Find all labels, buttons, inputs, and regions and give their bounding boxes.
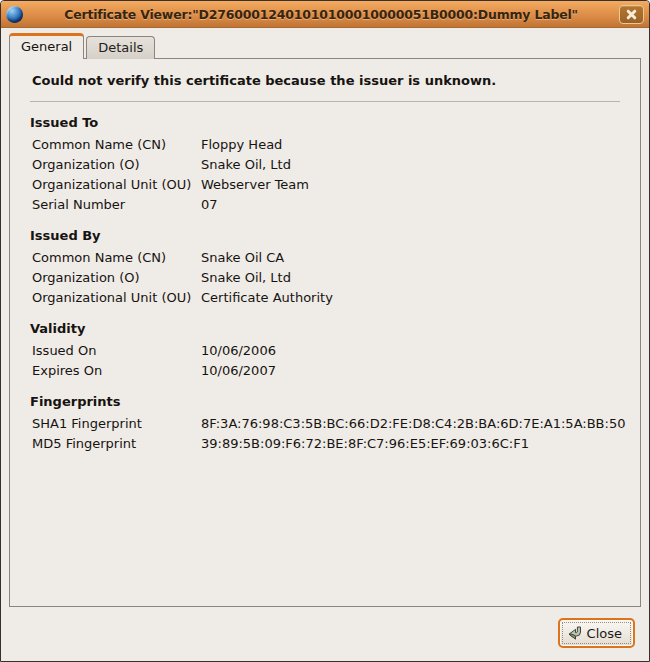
tab-general[interactable]: General: [9, 33, 84, 59]
field-value: Webserver Team: [201, 175, 309, 195]
field-value: Floppy Head: [201, 135, 282, 155]
field-row: Serial Number 07: [30, 195, 620, 215]
cert-sections: Issued To Common Name (CN) Floppy Head O…: [30, 115, 620, 454]
field-label: Organization (O): [32, 268, 201, 288]
section-title: Validity: [30, 321, 620, 336]
field-row: Common Name (CN) Floppy Head: [30, 135, 620, 155]
tab-bar: General Details: [9, 33, 641, 59]
field-row: Common Name (CN) Snake Oil CA: [30, 248, 620, 268]
focus-ring: Close: [562, 622, 631, 644]
field-value: Snake Oil CA: [201, 248, 284, 268]
field-label: Serial Number: [32, 195, 201, 215]
field-value: 8F:3A:76:98:C3:5B:BC:66:D2:FE:D8:C4:2B:B…: [201, 414, 625, 434]
section-title: Fingerprints: [30, 394, 620, 409]
field-row: MD5 Fingerprint 39:89:5B:09:F6:72:BE:8F:…: [30, 434, 620, 454]
field-label: Organizational Unit (OU): [32, 175, 201, 195]
field-label: SHA1 Fingerprint: [32, 414, 201, 434]
field-row: Issued On 10/06/2006: [30, 341, 620, 361]
action-area: Close: [9, 607, 641, 661]
cert-section: Issued To Common Name (CN) Floppy Head O…: [30, 115, 620, 215]
cert-section: Validity Issued On 10/06/2006 Expires On…: [30, 321, 620, 381]
section-rows: Common Name (CN) Floppy Head Organizatio…: [30, 135, 620, 215]
window-title: Certificate Viewer:"D2760001240101010001…: [29, 7, 613, 22]
field-label: Organizational Unit (OU): [32, 288, 201, 308]
field-label: MD5 Fingerprint: [32, 434, 201, 454]
close-button-label: Close: [587, 626, 622, 641]
certificate-viewer-window: Certificate Viewer:"D2760001240101010001…: [0, 0, 650, 662]
verification-warning: Could not verify this certificate becaus…: [32, 73, 618, 88]
field-value: 10/06/2007: [201, 361, 276, 381]
field-value: 07: [201, 195, 218, 215]
field-row: Organization (O) Snake Oil, Ltd: [30, 155, 620, 175]
cert-section: Fingerprints SHA1 Fingerprint 8F:3A:76:9…: [30, 394, 620, 454]
titlebar: Certificate Viewer:"D2760001240101010001…: [1, 1, 649, 28]
field-label: Organization (O): [32, 155, 201, 175]
close-icon: [626, 9, 637, 20]
section-rows: SHA1 Fingerprint 8F:3A:76:98:C3:5B:BC:66…: [30, 414, 620, 454]
section-title: Issued To: [30, 115, 620, 130]
section-rows: Common Name (CN) Snake Oil CA Organizati…: [30, 248, 620, 308]
close-button[interactable]: Close: [558, 618, 635, 648]
window-globe-icon[interactable]: [6, 6, 23, 23]
separator: [30, 101, 620, 102]
section-title: Issued By: [30, 228, 620, 243]
field-value: 39:89:5B:09:F6:72:BE:8F:C7:96:E5:EF:69:0…: [201, 434, 529, 454]
tab-details[interactable]: Details: [86, 36, 155, 59]
cert-section: Issued By Common Name (CN) Snake Oil CA …: [30, 228, 620, 308]
general-tab-panel: Could not verify this certificate becaus…: [9, 58, 641, 607]
field-label: Common Name (CN): [32, 248, 201, 268]
window-close-button[interactable]: [619, 5, 644, 24]
field-value: Snake Oil, Ltd: [201, 268, 291, 288]
field-row: Organizational Unit (OU) Certificate Aut…: [30, 288, 620, 308]
field-row: Organization (O) Snake Oil, Ltd: [30, 268, 620, 288]
field-row: SHA1 Fingerprint 8F:3A:76:98:C3:5B:BC:66…: [30, 414, 620, 434]
close-arrow-icon: [566, 625, 583, 641]
field-value: 10/06/2006: [201, 341, 276, 361]
field-row: Organizational Unit (OU) Webserver Team: [30, 175, 620, 195]
field-row: Expires On 10/06/2007: [30, 361, 620, 381]
field-label: Common Name (CN): [32, 135, 201, 155]
field-value: Certificate Authority: [201, 288, 333, 308]
field-value: Snake Oil, Ltd: [201, 155, 291, 175]
section-rows: Issued On 10/06/2006 Expires On 10/06/20…: [30, 341, 620, 381]
field-label: Issued On: [32, 341, 201, 361]
dialog-body: General Details Could not verify this ce…: [1, 28, 649, 661]
field-label: Expires On: [32, 361, 201, 381]
